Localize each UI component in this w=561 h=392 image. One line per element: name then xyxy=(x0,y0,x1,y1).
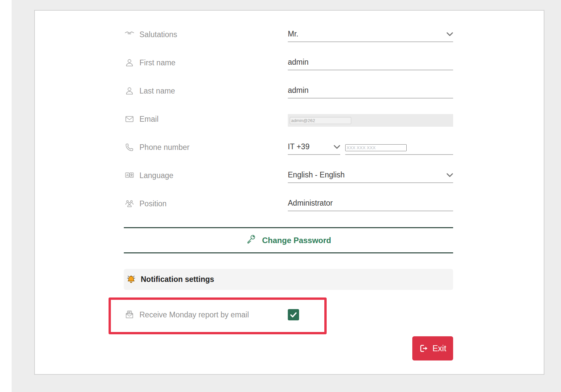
exit-label: Exit xyxy=(433,344,446,353)
email-label-group: Email xyxy=(124,114,288,127)
change-password-button[interactable]: Change Password xyxy=(246,234,331,247)
field-row-phone: Phone number IT +39 xyxy=(124,127,453,155)
field-label: Position xyxy=(139,199,167,208)
field-label: Email xyxy=(139,115,159,124)
chevron-down-icon xyxy=(446,32,453,36)
field-label: Language xyxy=(139,171,173,180)
envelope-icon xyxy=(124,114,134,124)
phone-icon xyxy=(124,142,134,152)
phone-label-group: Phone number xyxy=(124,142,288,155)
position-field xyxy=(288,199,453,211)
phone-number-field xyxy=(345,144,453,155)
key-icon xyxy=(246,234,256,247)
position-label-group: Position xyxy=(124,199,288,211)
field-row-last-name: Last name xyxy=(124,70,453,98)
language-value: English - English xyxy=(288,170,345,179)
profile-form: Salutations Mr. First name xyxy=(124,11,453,360)
country-code-select[interactable]: IT +39 xyxy=(288,142,340,155)
email-input xyxy=(290,117,351,124)
position-input[interactable] xyxy=(288,199,453,208)
phone-field: IT +39 xyxy=(288,142,453,155)
exit-button[interactable]: Exit xyxy=(412,336,453,360)
field-label: Phone number xyxy=(139,143,190,152)
first-name-input[interactable] xyxy=(288,58,453,67)
monday-report-checkbox[interactable] xyxy=(288,309,299,320)
field-row-first-name: First name xyxy=(124,42,453,70)
chevron-down-icon xyxy=(334,145,340,149)
salutations-select[interactable]: Mr. xyxy=(288,30,453,42)
profile-settings-card: Salutations Mr. First name xyxy=(34,10,544,375)
language-icon: A xyxy=(124,170,134,180)
last-name-field xyxy=(288,86,453,98)
language-label-group: A Language xyxy=(124,170,288,183)
salutations-label-group: Salutations xyxy=(124,30,288,42)
person-icon xyxy=(124,86,134,96)
field-row-salutations: Salutations Mr. xyxy=(124,14,453,42)
first-name-label-group: First name xyxy=(124,58,288,70)
chevron-down-icon xyxy=(446,173,453,177)
email-field-disabled xyxy=(288,114,453,127)
salutations-value: Mr. xyxy=(288,30,298,38)
person-icon xyxy=(124,58,134,68)
logout-icon xyxy=(419,344,428,353)
last-name-input[interactable] xyxy=(288,86,453,95)
monday-report-label: Receive Monday report by email xyxy=(139,310,249,319)
language-select[interactable]: English - English xyxy=(288,170,453,183)
monday-report-row: Receive Monday report by email xyxy=(124,303,453,326)
svg-text:A: A xyxy=(126,173,128,177)
country-code-value: IT +39 xyxy=(288,142,309,151)
field-row-language: A Language English - English xyxy=(124,155,453,183)
field-label: Salutations xyxy=(139,30,177,39)
phone-number-input[interactable] xyxy=(345,144,407,151)
field-row-email: Email xyxy=(124,98,453,127)
notification-settings-header: Notification settings xyxy=(124,269,453,290)
exit-row: Exit xyxy=(124,336,453,360)
first-name-field xyxy=(288,58,453,70)
page-margin xyxy=(0,0,12,392)
handshake-icon xyxy=(124,30,134,39)
field-label: First name xyxy=(139,58,176,67)
field-row-position: Position xyxy=(124,183,453,211)
last-name-label-group: Last name xyxy=(124,86,288,98)
checkmark-icon xyxy=(289,310,298,319)
change-password-label: Change Password xyxy=(262,236,331,245)
monday-report-label-group: Receive Monday report by email xyxy=(124,310,288,320)
people-group-icon xyxy=(124,199,134,209)
change-password-section: Change Password xyxy=(124,227,453,253)
notification-settings-label: Notification settings xyxy=(141,275,214,284)
bell-icon xyxy=(126,274,136,285)
field-label: Last name xyxy=(139,87,175,96)
open-envelope-icon xyxy=(124,310,134,320)
